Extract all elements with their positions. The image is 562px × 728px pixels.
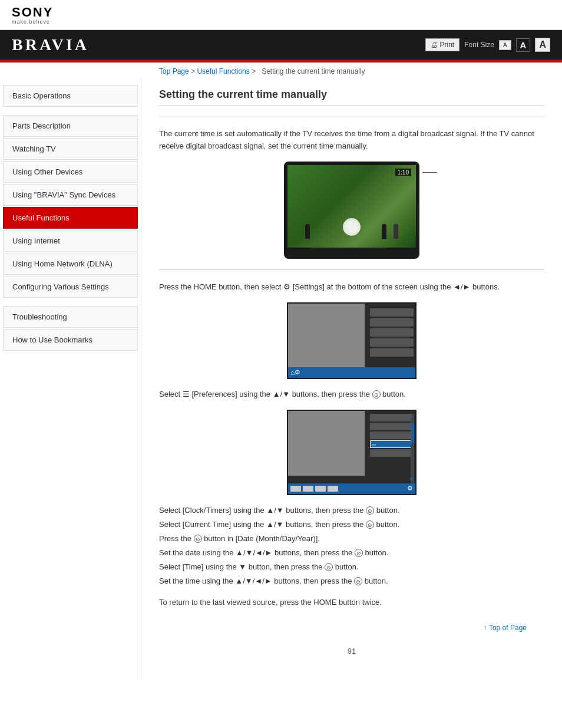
prefs-row-1 (370, 414, 414, 421)
bottom-item-4 (328, 486, 338, 492)
step2-pre: Select (159, 390, 183, 398)
step-clock-timers: Select [Clock/Timers] using the ▲/▼ butt… (159, 504, 544, 517)
sidebar-item-troubleshooting[interactable]: Troubleshooting (3, 306, 138, 328)
page-number: 91 (348, 647, 356, 655)
scrollbar-thumb (411, 423, 414, 443)
prefs-row-3 (370, 431, 414, 439)
prefs-row-5 (370, 449, 414, 457)
prefs-bottom-icon: ⚙ (407, 485, 413, 492)
font-size-label: Font Size (464, 41, 494, 49)
content-area: Setting the current time manually The cu… (141, 78, 562, 679)
font-medium-button[interactable]: A (516, 38, 531, 52)
main-layout: Basic Operations Parts Description Watch… (0, 78, 562, 679)
font-large-button[interactable]: A (535, 38, 550, 52)
breadcrumb: Top Page > Useful Functions > Setting th… (0, 62, 562, 78)
sidebar-item-using-internet[interactable]: Using Internet (3, 230, 138, 252)
prefs-selected-icon: ☰ (371, 443, 376, 449)
brand-tagline: make.believe (12, 19, 50, 25)
sidebar-item-using-other-devices[interactable]: Using Other Devices (3, 161, 138, 183)
step2-rest: [Preferences] using the ▲/▼ buttons, the… (191, 390, 406, 398)
settings-row-4 (370, 338, 414, 347)
bottom-item-1 (290, 486, 301, 492)
sidebar-item-basic-operations[interactable]: Basic Operations (3, 85, 138, 107)
step1-text: Press the HOME button, then select ⚙ [Se… (159, 281, 544, 294)
bottom-item-3 (315, 486, 326, 492)
settings-icon-gear: ⚙ (295, 368, 300, 376)
settings-right-panel (368, 304, 415, 361)
top-of-page-label: Top of Page (489, 624, 527, 632)
settings-home-icon: ⌂ (290, 368, 295, 377)
page-title: Setting the current time manually (159, 84, 544, 106)
scrollbar[interactable] (411, 414, 414, 483)
prefs-row-selected: ☰ (370, 440, 414, 448)
brand-name: SONY (12, 6, 53, 19)
sidebar-item-watching-tv[interactable]: Watching TV (3, 138, 138, 160)
breadcrumb-current: Setting the current time manually (262, 67, 365, 75)
sidebar-item-useful-functions[interactable]: Useful Functions (3, 207, 138, 229)
step-date: Press the ⊙ button in [Date (Month/Day/Y… (159, 532, 544, 545)
top-of-page-container: ↑ Top of Page (159, 618, 544, 635)
sidebar-item-how-to-use-bookmarks[interactable]: How to Use Bookmarks (3, 329, 138, 351)
sidebar-item-using-home-network[interactable]: Using Home Network (DLNA) (3, 253, 138, 275)
prefs-left-panel (288, 411, 365, 476)
prefs-row-2 (370, 423, 414, 430)
scroll-up-arrow: ▲ (408, 412, 414, 419)
prefs-outer: ☰ ▲ ▼ ⚙ (287, 410, 416, 495)
header: SONY make.believe (0, 0, 562, 30)
scroll-down-arrow: ▼ (408, 476, 414, 482)
settings-row-3 (370, 328, 414, 337)
settings-row-2 (370, 318, 414, 327)
print-label: Print (440, 41, 455, 49)
step-set-date: Set the date using the ▲/▼/◄/► buttons, … (159, 546, 544, 559)
step-set-time: Set the time using the ▲/▼/◄/► buttons, … (159, 575, 544, 588)
top-of-page-link[interactable]: ↑ Top of Page (484, 624, 527, 632)
intro-text: The current time is set automatically if… (159, 128, 544, 153)
step-time: Select [Time] using the ▼ button, then p… (159, 561, 544, 574)
preferences-icon: ☰ (183, 390, 192, 398)
toolbar-controls: 🖨 Print Font Size A A A (425, 38, 550, 52)
settings-outer: ⌂ ⚙ (287, 302, 416, 379)
print-button[interactable]: 🖨 Print (425, 38, 460, 51)
font-small-button[interactable]: A (499, 40, 511, 50)
tv-outer: 1:10 (284, 162, 419, 259)
prefs-screen-image: ☰ ▲ ▼ ⚙ (159, 410, 544, 495)
bravia-bar: BRAVIA 🖨 Print Font Size A A A (0, 30, 562, 60)
settings-row-5 (370, 348, 414, 357)
product-title: BRAVIA (12, 35, 89, 54)
settings-bottom-bar: ⌂ ⚙ (288, 367, 415, 378)
tv-screen: 1:10 (287, 165, 416, 248)
bottom-item-2 (303, 486, 313, 492)
tv-stand (334, 248, 369, 252)
page-footer: 91 (159, 635, 544, 661)
sidebar-item-configuring-settings[interactable]: Configuring Various Settings (3, 276, 138, 298)
sony-logo: SONY make.believe (12, 6, 550, 25)
settings-row-1 (370, 308, 414, 317)
settings-icon: ⚙ (283, 282, 293, 291)
breadcrumb-useful-functions[interactable]: Useful Functions (197, 67, 249, 75)
step1-rest: [Settings] at the bottom of the screen u… (293, 282, 500, 291)
sidebar: Basic Operations Parts Description Watch… (0, 78, 141, 679)
sidebar-item-using-bravia-sync[interactable]: Using "BRAVIA" Sync Devices (3, 184, 138, 206)
step1-pre: Press the HOME button, then select (159, 282, 281, 291)
prefs-bottom-bar: ⚙ (288, 483, 415, 494)
football-screen (287, 165, 416, 248)
step-current-time: Select [Current Time] using the ▲/▼ butt… (159, 518, 544, 531)
tv-base (328, 252, 375, 255)
tv-time-display: 1:10 (395, 169, 411, 176)
breadcrumb-top[interactable]: Top Page (159, 67, 189, 75)
divider-1 (159, 117, 544, 117)
divider-2 (159, 269, 544, 270)
steps-list: Select [Clock/Timers] using the ▲/▼ butt… (159, 504, 544, 588)
settings-screen-image: ⌂ ⚙ (159, 302, 544, 379)
top-arrow-icon: ↑ (484, 624, 489, 632)
tv-image: 1:10 (159, 162, 544, 259)
return-text: To return to the last viewed source, pre… (159, 597, 544, 609)
step2-text: Select ☰ [Preferences] using the ▲/▼ but… (159, 388, 544, 401)
printer-icon: 🖨 (431, 41, 438, 49)
sidebar-item-parts-description[interactable]: Parts Description (3, 115, 138, 137)
